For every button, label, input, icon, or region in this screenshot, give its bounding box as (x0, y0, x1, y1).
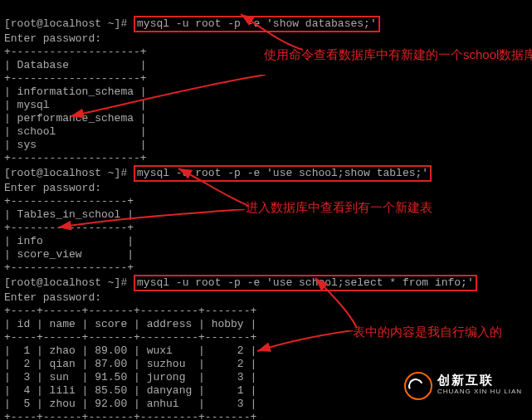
enter-password-3: Enter password: (4, 291, 108, 304)
command-3: mysql -u root -p -e 'use school;select *… (134, 275, 477, 291)
logo-mark-icon (404, 372, 432, 400)
tbl-border-top: +------------------+ (4, 195, 134, 208)
arrow-1a-icon (232, 10, 307, 60)
db-border-bot: +--------------------+ (4, 152, 147, 164)
annotation-2: 进入数据库中查看到有一个新建表 (246, 199, 432, 216)
info-border-top: +----+------+-------+---------+-------+ (4, 305, 256, 317)
info-header: | id | name | score | address | hobby | (4, 318, 256, 330)
tbl-border-bot: +------------------+ (4, 261, 134, 274)
info-border-bot: +----+------+-------+---------+-------+ (4, 411, 256, 420)
logo-text-en: CHUANG XIN HU LIAN (437, 386, 522, 398)
db-row-4: | sys | (4, 139, 147, 151)
prompt-1: [root@localhost ~]# (4, 17, 134, 30)
annotation-3: 表中的内容是我自行编入的 (353, 324, 502, 340)
enter-password-1: Enter password: (4, 32, 108, 45)
info-row-3: | 4 | lili | 85.50 | danyang | 1 | (4, 384, 256, 397)
arrow-1b-icon (62, 75, 270, 125)
db-border-top: +--------------------+ (4, 46, 147, 58)
tbl-row-1: | score_view | (4, 248, 134, 261)
terminal[interactable]: [root@localhost ~]# mysql -u root -p -e … (0, 0, 532, 420)
tbl-row-0: | info | (4, 235, 134, 247)
arrow-2a-icon (170, 164, 253, 210)
db-header: | Database | (4, 59, 147, 71)
info-row-1: | 2 | qian | 87.00 | suzhou | 2 | (4, 358, 256, 370)
info-border-mid: +----+------+-------+---------+-------+ (4, 331, 256, 344)
db-row-3: | school | (4, 125, 147, 138)
enter-password-2: Enter password: (4, 182, 108, 194)
info-row-0: | 1 | zhao | 89.00 | wuxi | 2 | (4, 344, 256, 357)
watermark-logo: 创新互联 CHUANG XIN HU LIAN (404, 372, 522, 400)
info-row-4: | 5 | zhou | 92.00 | anhui | 3 | (4, 398, 256, 410)
info-row-2: | 3 | sun | 91.50 | jurong | 3 | (4, 371, 256, 383)
arrow-3a-icon (311, 274, 361, 328)
prompt-3: [root@localhost ~]# (4, 276, 134, 289)
prompt-2: [root@localhost ~]# (4, 167, 134, 179)
arrow-2b-icon (50, 209, 249, 234)
logo-text-cn: 创新互联 (437, 374, 522, 386)
arrow-3b-icon (249, 330, 357, 355)
